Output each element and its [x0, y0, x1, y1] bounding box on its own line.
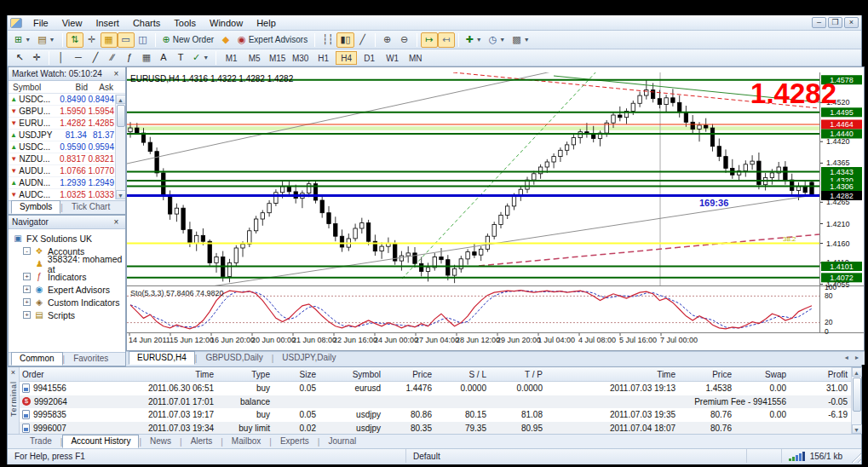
metaeditor-button[interactable]: ◆	[217, 32, 234, 48]
column-time[interactable]: Time	[548, 370, 681, 379]
strategy-tester-button[interactable]: ◫	[135, 32, 152, 48]
chart-tab-usdjpy-daily[interactable]: USDJPY,Daily	[273, 351, 344, 365]
restore-button[interactable]: ❐	[828, 17, 842, 28]
expand-icon[interactable]: +	[23, 285, 31, 293]
market-watch-row[interactable]: ▼AUDU...1.07661.0770	[9, 165, 125, 177]
market-watch-row[interactable]: ▼NZDU...0.83170.8321	[9, 153, 125, 165]
expert-advisors-button[interactable]: ◉Expert Advisors	[234, 32, 311, 48]
market-watch-scrollbar[interactable]: ▲ ▼	[115, 95, 125, 199]
order-row[interactable]: 99415562011.06.30 06:51buy0.05eurusd1.44…	[20, 382, 853, 395]
close-button[interactable]: ×	[844, 17, 859, 28]
chart-window[interactable]: 1.45201.44201.43651.42651.42101.41601.41…	[126, 66, 865, 351]
fibonacci-button[interactable]: ƒ	[121, 50, 138, 66]
market-watch-row[interactable]: ▲USDC...0.84900.8494	[9, 94, 125, 106]
navigator-item-scripts[interactable]: +▤Scripts	[9, 308, 125, 321]
expand-icon[interactable]: +	[23, 273, 31, 280]
text-label-button[interactable]: T	[172, 50, 189, 66]
column-sl[interactable]: S / L	[437, 370, 491, 379]
scroll-down-icon[interactable]: ▼	[116, 190, 126, 199]
tab-favorites[interactable]: Favorites	[65, 352, 117, 366]
line-chart-button[interactable]: ╱	[354, 32, 371, 48]
timeframe-m1[interactable]: M1	[221, 51, 242, 65]
arrows-button[interactable]: ✓▼	[189, 50, 212, 66]
close-icon[interactable]: ×	[111, 69, 122, 78]
market-watch-row[interactable]: ▼EURU...1.42821.4285	[9, 118, 125, 130]
terminal-tab-alerts[interactable]: Alerts	[182, 435, 221, 448]
terminal-scrollbar[interactable]: ▲ ▼	[851, 367, 861, 434]
terminal-tab-experts[interactable]: Experts	[272, 435, 318, 448]
navigator-header[interactable]: Navigator ×	[9, 216, 125, 229]
horizontal-line-button[interactable]: ─	[70, 50, 87, 66]
column-symbol[interactable]: Symbol	[9, 83, 54, 92]
menu-view[interactable]: View	[55, 17, 89, 29]
navigator-item-custom-indicators[interactable]: +◈Custom Indicators	[9, 296, 125, 308]
tab-common[interactable]: Common	[11, 352, 63, 366]
timeframe-m15[interactable]: M15	[267, 51, 288, 65]
data-window-button[interactable]: ✛	[83, 32, 101, 48]
terminal-toggle[interactable]: ▭	[118, 32, 135, 48]
close-icon[interactable]: ×	[111, 217, 122, 227]
scroll-thumb[interactable]	[853, 378, 861, 412]
tab-symbols[interactable]: Symbols	[11, 200, 60, 214]
navigator-item-358324-mohamed-at[interactable]: ♟358324: mohamed at	[9, 257, 125, 270]
expand-icon[interactable]: +	[23, 311, 31, 319]
terminal-tab-journal[interactable]: Journal	[319, 435, 365, 448]
column-size[interactable]: Size	[275, 370, 321, 379]
candlestick-button[interactable]: ▮▯	[336, 32, 354, 48]
indicators-button[interactable]: ✚▼	[463, 32, 486, 48]
collapse-icon[interactable]: -	[23, 247, 31, 255]
resize-grip[interactable]	[849, 449, 861, 463]
market-watch-row[interactable]: ▼AUDC...1.03251.0333	[9, 189, 125, 201]
scroll-down-icon[interactable]: ▼	[852, 424, 862, 434]
timeframe-m5[interactable]: M5	[244, 51, 265, 65]
column-order[interactable]: Order	[20, 370, 95, 379]
chart-tab-gbpusd-daily[interactable]: GBPUSD,Daily	[197, 351, 271, 365]
column-tp[interactable]: T / P	[491, 370, 548, 379]
new-order-button[interactable]: ⊕New Order	[159, 32, 218, 48]
timeframe-mn[interactable]: MN	[405, 51, 426, 65]
cursor-button[interactable]: ↖	[11, 50, 28, 66]
column-swap[interactable]: Swap	[737, 370, 791, 379]
terminal-tab-trade[interactable]: Trade	[21, 435, 60, 448]
market-watch-row[interactable]: ▲USDJPY81.3481.37	[9, 130, 125, 141]
text-button[interactable]: A	[155, 50, 172, 66]
order-row[interactable]: $99920642011.07.01 17:01balancePremium F…	[20, 395, 853, 409]
terminal-tab-account-history[interactable]: Account History	[62, 435, 139, 448]
menu-tools[interactable]: Tools	[167, 17, 203, 29]
terminal-tab-news[interactable]: News	[141, 435, 180, 448]
navigator-item-expert-advisors[interactable]: +◉Expert Advisors	[9, 283, 125, 296]
timeframe-w1[interactable]: W1	[382, 51, 403, 65]
menu-window[interactable]: Window	[203, 17, 250, 29]
templates-button[interactable]: ▩▼	[509, 32, 532, 48]
order-row[interactable]: 99958352011.07.03 19:17buy0.05usdjpy80.8…	[20, 408, 853, 422]
tab-scroll-icons[interactable]: ◂ ▸	[845, 354, 861, 361]
column-symbol[interactable]: Symbol	[321, 370, 386, 379]
chart-tab-eurusd-h4[interactable]: EURUSD,H4	[129, 351, 195, 365]
auto-scroll-button[interactable]: ↦	[421, 32, 438, 48]
scroll-thumb[interactable]	[117, 105, 125, 127]
close-icon[interactable]: ×	[11, 367, 15, 378]
market-watch-toggle[interactable]: ⇅	[66, 32, 83, 48]
order-row[interactable]: 99960072011.07.03 19:34buy limit0.02usdj…	[20, 422, 853, 435]
menu-help[interactable]: Help	[250, 17, 283, 29]
menu-charts[interactable]: Charts	[126, 17, 167, 29]
expand-icon[interactable]: +	[23, 298, 31, 306]
tab-tick-chart[interactable]: Tick Chart	[63, 200, 118, 214]
market-watch-row[interactable]: ▲USDC...0.95900.9594	[9, 141, 125, 153]
column-ask[interactable]: Ask	[88, 83, 125, 92]
zoom-out-button[interactable]: ⊖	[396, 32, 413, 48]
trendline-button[interactable]: ╱	[87, 50, 104, 66]
navigator-item-fx-solutions-uk[interactable]: ▣FX Solutions UK	[9, 232, 125, 245]
timeframe-h4[interactable]: H4	[336, 51, 357, 65]
column-bid[interactable]: Bid	[54, 83, 88, 92]
profiles-button[interactable]: ▤▼	[34, 32, 58, 48]
vertical-line-button[interactable]: │	[53, 50, 70, 66]
column-profit[interactable]: Profit	[791, 370, 853, 379]
menu-file[interactable]: File	[26, 17, 55, 29]
bar-chart-button[interactable]: ┆┆	[319, 32, 336, 48]
equidistant-channel-button[interactable]: ∕∕	[104, 50, 121, 66]
cycle-lines-button[interactable]: ▦	[138, 50, 155, 66]
timeframe-d1[interactable]: D1	[359, 51, 380, 65]
terminal-tab-mailbox[interactable]: Mailbox	[223, 435, 269, 448]
market-watch-header[interactable]: Market Watch: 05:10:24 ×	[9, 67, 125, 81]
